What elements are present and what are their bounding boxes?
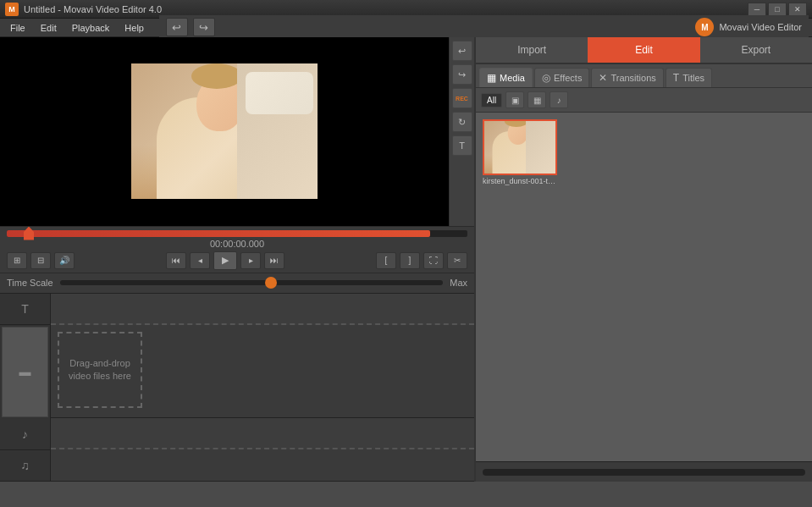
media-item-name: kirsten_dunst-001-thu... <box>483 177 559 185</box>
media-icon: ▦ <box>487 72 496 84</box>
volume-button[interactable]: 🔊 <box>54 252 75 269</box>
menu-bar: File Edit Playback Help ↩ ↪ M Movavi Vid… <box>0 19 812 37</box>
app-logo: M Movavi Video Editor <box>695 18 802 36</box>
video-clip-placeholder[interactable]: Drag-and-drop video files here <box>58 332 142 408</box>
window-controls: ─ □ ✕ <box>748 3 807 16</box>
audio-track2-label: ♫ <box>0 450 50 482</box>
track-labels: T ▬ ♪ ♫ <box>0 294 51 482</box>
media-item[interactable]: ▣ kirsten_dunst-001-thu... <box>483 119 559 185</box>
rec-button[interactable]: REC <box>452 88 472 108</box>
transitions-icon: ✕ <box>599 72 607 84</box>
media-thumbnail: ▣ <box>483 119 557 175</box>
panel-tabs: Import Edit Export <box>476 37 812 64</box>
fullscreen-button[interactable]: ⛶ <box>423 252 444 269</box>
edit-tab[interactable]: Edit <box>588 37 699 63</box>
video-area: ↩ ↪ REC ↻ T <box>0 37 474 226</box>
filter-bar: All ▣ ▦ ♪ <box>476 88 812 113</box>
titles-icon: T <box>673 72 679 84</box>
audio-track2 <box>51 449 474 482</box>
timescale-slider[interactable] <box>60 280 444 285</box>
text-button[interactable]: T <box>452 135 472 156</box>
filter-all-button[interactable]: All <box>481 93 502 107</box>
filter-video-button[interactable]: ▣ <box>505 91 524 108</box>
prev-frame-button[interactable]: ⏮ <box>166 252 186 269</box>
window-title: Untitled - Movavi Video Editor 4.0 <box>24 4 162 14</box>
bottom-bar <box>476 461 812 482</box>
media-sub-tab[interactable]: ▦ Media <box>479 68 533 87</box>
center-controls: ⏮ ◂ ▶ ▸ ⏭ <box>166 251 284 270</box>
redo-side-button[interactable]: ↪ <box>452 64 472 85</box>
filter-photo-button[interactable]: ▦ <box>528 91 546 108</box>
maximize-button[interactable]: □ <box>768 3 787 16</box>
effects-sub-tab[interactable]: ◎ Effects <box>534 68 589 87</box>
media-label: Media <box>500 73 525 83</box>
redo-button[interactable]: ↪ <box>193 18 215 36</box>
mark-out-button[interactable]: ] <box>400 252 420 269</box>
side-toolbar: ↩ ↪ REC ↻ T <box>449 37 474 226</box>
video-track[interactable]: Drag-and-drop video files here <box>51 325 474 417</box>
left-panel: ↩ ↪ REC ↻ T 00:00:00.000 ⊞ ⊟ 🔊 <box>0 37 474 482</box>
menu-file[interactable]: File <box>3 21 32 35</box>
left-controls: ⊞ ⊟ 🔊 <box>7 252 75 269</box>
close-button[interactable]: ✕ <box>788 3 807 16</box>
title-track-label: T <box>0 294 50 325</box>
menu-help[interactable]: Help <box>118 21 151 35</box>
app-icon: M <box>5 3 19 16</box>
playback-controls: ⊞ ⊟ 🔊 ⏮ ◂ ▶ ▸ ⏭ [ ] ⛶ ✂ <box>7 251 467 270</box>
transitions-label: Transitions <box>610 73 655 83</box>
menu-edit[interactable]: Edit <box>34 21 64 35</box>
titles-sub-tab[interactable]: T Titles <box>666 68 712 87</box>
video-track-label: ▬ <box>2 327 48 417</box>
step-forward-button[interactable]: ▸ <box>240 252 261 269</box>
undo-button[interactable]: ↩ <box>166 18 188 36</box>
split-button[interactable]: ✂ <box>447 252 467 269</box>
toolbar: ↩ ↪ M Movavi Video Editor <box>159 15 809 41</box>
export-tab[interactable]: Export <box>700 37 812 63</box>
loop-button[interactable]: ↻ <box>452 112 472 132</box>
right-panel: Import Edit Export ▦ Media ◎ Effects ✕ T… <box>474 37 812 482</box>
clip-button2[interactable]: ⊟ <box>30 252 51 269</box>
mark-in-button[interactable]: [ <box>376 252 396 269</box>
titles-label: Titles <box>682 73 704 83</box>
filter-audio-button[interactable]: ♪ <box>550 91 568 108</box>
title-track <box>51 294 474 326</box>
track-content: Drag-and-drop video files here <box>51 294 474 482</box>
menu-playback[interactable]: Playback <box>65 21 117 35</box>
transitions-sub-tab[interactable]: ✕ Transitions <box>591 68 663 87</box>
video-thumbnail <box>127 63 322 199</box>
logo-icon: M <box>695 18 714 36</box>
timeline-controls: 00:00:00.000 ⊞ ⊟ 🔊 ⏮ ◂ ▶ ▸ ⏭ [ ] <box>0 226 474 273</box>
audio-track-label: ♪ <box>0 419 50 450</box>
timescale-max-label: Max <box>450 278 467 288</box>
sub-tabs: ▦ Media ◎ Effects ✕ Transitions T Titles <box>476 64 812 88</box>
time-display: 00:00:00.000 <box>7 239 467 249</box>
next-frame-button[interactable]: ⏭ <box>264 252 284 269</box>
timescale-label: Time Scale <box>7 278 53 288</box>
progress-handle[interactable] <box>24 227 34 240</box>
media-grid: ▣ kirsten_dunst-001-thu... <box>476 113 812 461</box>
step-back-button[interactable]: ◂ <box>190 252 210 269</box>
main-area: ↩ ↪ REC ↻ T 00:00:00.000 ⊞ ⊟ 🔊 <box>0 37 812 482</box>
minimize-button[interactable]: ─ <box>748 3 766 16</box>
horizontal-scrollbar[interactable] <box>483 469 805 476</box>
clip-button[interactable]: ⊞ <box>7 252 27 269</box>
timescale-handle[interactable] <box>265 277 277 289</box>
progress-fill <box>7 230 430 237</box>
title-bar-left: M Untitled - Movavi Video Editor 4.0 <box>5 3 162 16</box>
timescale-bar: Time Scale Max <box>0 273 474 293</box>
effects-label: Effects <box>554 73 582 83</box>
right-controls: [ ] ⛶ ✂ <box>376 252 467 269</box>
track-area: T ▬ ♪ ♫ Drag-and-drop video files here <box>0 293 474 482</box>
progress-bar[interactable] <box>7 230 467 237</box>
import-tab[interactable]: Import <box>476 37 588 63</box>
logo-label: Movavi Video Editor <box>719 22 802 32</box>
effects-icon: ◎ <box>542 72 550 84</box>
audio-track <box>51 418 474 450</box>
undo-side-button[interactable]: ↩ <box>452 41 472 61</box>
play-button[interactable]: ▶ <box>213 251 237 270</box>
video-preview <box>0 37 449 226</box>
